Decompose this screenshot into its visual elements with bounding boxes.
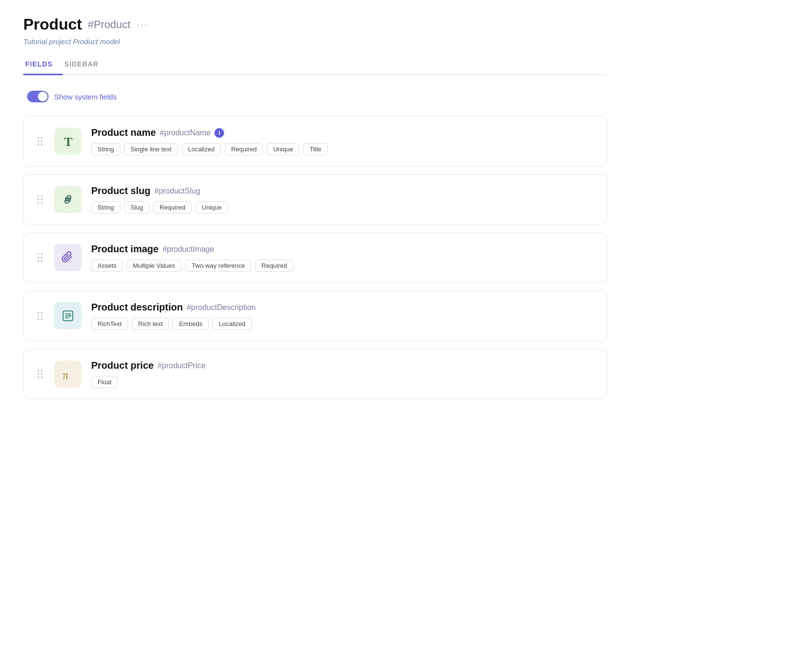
tag-string: String: [91, 143, 120, 155]
field-card-product-description[interactable]: Product description #productDescription …: [23, 291, 607, 341]
tag-single-line-text: Single line text: [124, 143, 178, 155]
field-name-row: Product description #productDescription: [91, 302, 595, 313]
page-header: Product #Product ···: [23, 16, 607, 33]
field-info-product-slug: Product slug #productSlug String Slug Re…: [91, 185, 595, 213]
tag-multiple-values: Multiple Values: [127, 260, 181, 272]
field-info-product-description: Product description #productDescription …: [91, 302, 595, 330]
field-name: Product price: [91, 360, 154, 371]
page-container: Product #Product ··· Tutorial project Pr…: [0, 0, 631, 415]
tab-fields[interactable]: FIELDS: [23, 55, 63, 75]
field-tags: Assets Multiple Values Two-way reference…: [91, 260, 595, 272]
tag-two-way-reference: Two-way reference: [185, 260, 251, 272]
field-tags: Float: [91, 376, 595, 388]
field-hash: #productImage: [162, 245, 214, 254]
field-hash: #productSlug: [154, 187, 200, 196]
tabs-bar: FIELDS SIDEBAR: [23, 55, 607, 75]
field-info-product-image: Product image #productImage Assets Multi…: [91, 244, 595, 272]
drag-handle[interactable]: [35, 310, 45, 322]
tag-embeds: Embeds: [173, 318, 209, 330]
tag-float: Float: [91, 376, 118, 388]
info-icon[interactable]: i: [214, 128, 224, 138]
field-name: Product image: [91, 244, 159, 255]
tag-required: Required: [255, 260, 293, 272]
tag-required: Required: [225, 143, 263, 155]
more-options-button[interactable]: ···: [136, 18, 148, 31]
field-icon-product-name: T: [54, 128, 81, 155]
tag-string: String: [91, 201, 120, 213]
field-name-row: Product image #productImage: [91, 244, 595, 255]
tag-slug: Slug: [124, 201, 149, 213]
field-name-row: Product slug #productSlug: [91, 185, 595, 196]
field-name: Product slug: [91, 185, 150, 196]
toggle-knob: [38, 92, 48, 101]
fields-list: T Product name #productName i String Sin…: [23, 116, 607, 399]
drag-handle[interactable]: [35, 251, 45, 264]
field-icon-product-image: [54, 244, 81, 271]
drag-handle[interactable]: [35, 368, 45, 380]
field-name-row: Product price #productPrice: [91, 360, 595, 371]
tag-required: Required: [153, 201, 192, 213]
svg-text:π: π: [63, 369, 68, 381]
tag-richtext: RichText: [91, 318, 128, 330]
field-info-product-price: Product price #productPrice Float: [91, 360, 595, 388]
field-hash: #productDescription: [187, 303, 256, 312]
field-card-product-slug[interactable]: Product slug #productSlug String Slug Re…: [23, 174, 607, 225]
page-title: Product: [23, 16, 82, 33]
field-icon-product-slug: [54, 186, 81, 213]
tab-sidebar[interactable]: SIDEBAR: [63, 55, 109, 75]
field-name: Product description: [91, 302, 183, 313]
field-tags: RichText Rich text Embeds Localized: [91, 318, 595, 330]
field-info-product-name: Product name #productName i String Singl…: [91, 127, 595, 155]
field-tags: String Slug Required Unique: [91, 201, 595, 213]
field-card-product-price[interactable]: π Product price #productPrice Float: [23, 349, 607, 399]
field-hash: #productPrice: [158, 361, 206, 370]
drag-handle[interactable]: [35, 135, 45, 147]
tag-localized: Localized: [212, 318, 252, 330]
tag-unique: Unique: [267, 143, 299, 155]
system-fields-label: Show system fields: [54, 93, 116, 101]
field-tags: String Single line text Localized Requir…: [91, 143, 595, 155]
page-hash: #Product: [88, 18, 130, 31]
field-hash: #productName: [160, 129, 211, 137]
system-fields-toggle-row: Show system fields: [23, 91, 607, 102]
tag-rich-text: Rich text: [132, 318, 169, 330]
tag-localized: Localized: [182, 143, 221, 155]
field-card-product-name[interactable]: T Product name #productName i String Sin…: [23, 116, 607, 166]
svg-text:T: T: [64, 135, 72, 149]
page-subtitle: Tutorial project Product model: [23, 37, 607, 46]
field-name: Product name: [91, 127, 156, 138]
field-card-product-image[interactable]: Product image #productImage Assets Multi…: [23, 232, 607, 283]
field-icon-product-price: π: [54, 360, 81, 388]
field-icon-product-description: [54, 302, 81, 329]
tag-assets: Assets: [91, 260, 123, 272]
field-name-row: Product name #productName i: [91, 127, 595, 138]
tag-unique: Unique: [195, 201, 228, 213]
drag-handle[interactable]: [35, 193, 45, 206]
system-fields-toggle[interactable]: [27, 91, 49, 102]
tag-title: Title: [303, 143, 327, 155]
